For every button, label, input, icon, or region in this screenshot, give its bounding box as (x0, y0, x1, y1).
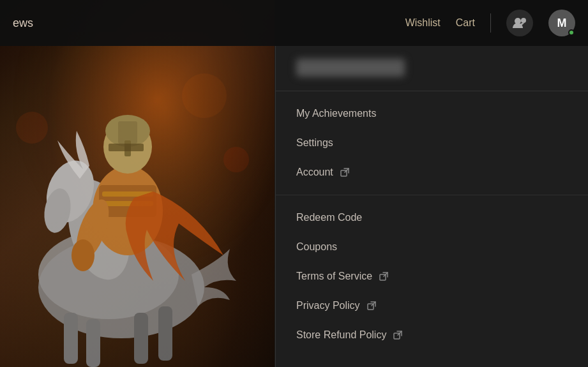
avatar-button[interactable]: M (548, 10, 575, 36)
user-info-section (276, 46, 588, 91)
store-refund-policy-label: Store Refund Policy (296, 329, 386, 341)
refund-external-link-icon (393, 330, 403, 340)
coupons-label: Coupons (296, 241, 337, 253)
background-image (0, 0, 275, 367)
coupons-menu-item[interactable]: Coupons (276, 232, 588, 262)
achievements-menu-item[interactable]: My Achievements (276, 99, 588, 128)
terms-of-service-label: Terms of Service (296, 271, 372, 282)
nav-page-label: ews (13, 17, 33, 30)
friends-button[interactable] (506, 10, 533, 36)
user-dropdown-menu: My Achievements Settings Account Redeem … (275, 46, 588, 367)
svg-rect-18 (109, 144, 144, 151)
nav-divider (490, 13, 491, 33)
username-display (296, 59, 405, 77)
store-refund-policy-menu-item[interactable]: Store Refund Policy (276, 320, 588, 350)
privacy-external-link-icon (366, 301, 377, 311)
warrior-illustration (0, 32, 275, 367)
svg-rect-4 (86, 319, 100, 367)
menu-section-secondary: Redeem Code Coupons Terms of Service Pri… (276, 195, 588, 357)
terms-external-link-icon (379, 271, 389, 281)
settings-menu-item[interactable]: Settings (276, 128, 588, 158)
online-status-dot (568, 29, 575, 36)
achievements-label: My Achievements (296, 108, 376, 119)
privacy-policy-label: Privacy Policy (296, 300, 360, 311)
svg-rect-5 (134, 313, 148, 364)
svg-rect-6 (158, 306, 172, 361)
cart-link[interactable]: Cart (456, 17, 475, 29)
privacy-policy-menu-item[interactable]: Privacy Policy (276, 291, 588, 320)
svg-rect-16 (118, 121, 137, 144)
svg-rect-3 (64, 313, 78, 364)
wishlist-link[interactable]: Wishlist (405, 17, 441, 29)
avatar-letter: M (557, 17, 567, 30)
settings-label: Settings (296, 137, 333, 149)
svg-point-21 (16, 112, 48, 144)
nav-right-section: Wishlist Cart M (405, 10, 575, 36)
svg-point-20 (72, 239, 94, 271)
svg-point-25 (521, 18, 526, 23)
menu-section-primary: My Achievements Settings Account (276, 91, 588, 195)
account-external-link-icon (340, 167, 350, 177)
svg-point-22 (182, 73, 227, 118)
navbar: ews Wishlist Cart M (0, 0, 588, 46)
friends-icon (513, 17, 527, 29)
redeem-code-menu-item[interactable]: Redeem Code (276, 203, 588, 232)
redeem-code-label: Redeem Code (296, 212, 362, 223)
svg-point-23 (223, 147, 249, 172)
account-menu-item[interactable]: Account (276, 158, 588, 187)
terms-of-service-menu-item[interactable]: Terms of Service (276, 262, 588, 291)
account-label: Account (296, 167, 333, 178)
